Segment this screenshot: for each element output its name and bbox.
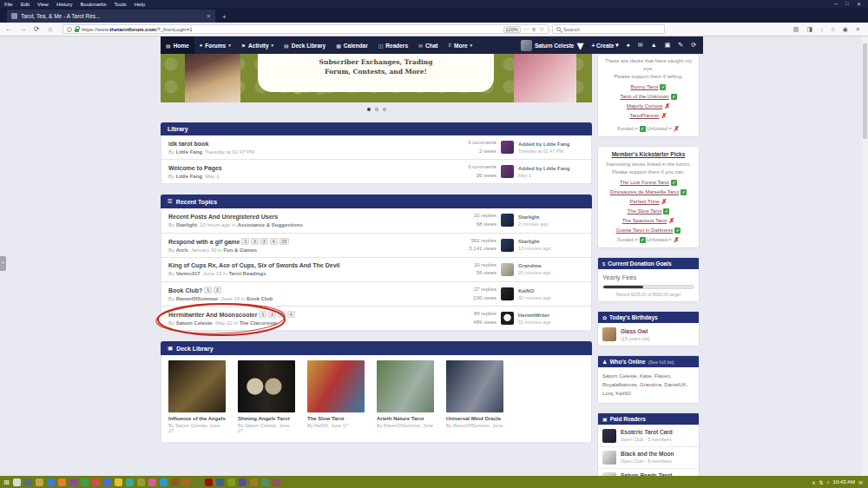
deck-link[interactable]: The Slow Tarot [628, 208, 662, 214]
avatar[interactable] [501, 312, 514, 325]
deck-link[interactable]: Perfect Trine [629, 199, 659, 204]
deck-link[interactable]: Goetia Tarot in Darkness [616, 228, 674, 233]
start-menu-icon[interactable]: ⊞ [3, 478, 10, 486]
page-badge[interactable]: 1 [259, 311, 266, 318]
topic-title[interactable]: Book Club? [168, 287, 202, 293]
nav-calendar[interactable]: ▦Calendar [331, 36, 373, 54]
carousel-dot[interactable] [375, 108, 378, 111]
birthday-user-link[interactable]: Glass Owl [621, 328, 650, 334]
search-input[interactable] [563, 27, 661, 32]
taskbar-app-icon[interactable] [137, 478, 145, 486]
club-row[interactable]: Black and the MoonOpen Club · 6 members [598, 446, 699, 468]
topic-title[interactable]: King of Cups Rx, Ace of Cups, Six of Swo… [168, 262, 339, 268]
nav-more[interactable]: ≡More▾ [443, 36, 477, 54]
deck-card[interactable]: The Slow Tarot By KaiNO, June 17 [307, 360, 365, 433]
nav-home[interactable]: ▤Home [161, 36, 194, 54]
club-row[interactable]: Esoteric Tarot CardOpen Club · 5 members [598, 425, 699, 446]
taskbar-app-icon[interactable] [239, 478, 247, 486]
deck-card[interactable]: Shining Angels Tarot By Saturn Celeste, … [238, 360, 295, 433]
taskbar-app-icon[interactable] [126, 478, 134, 486]
promo-carousel[interactable]: Subscriber Exchanges, Trading Forum, Con… [161, 54, 592, 102]
taskbar-app-icon[interactable] [216, 478, 224, 486]
see-full-list-link[interactable]: (See full list) [648, 359, 674, 365]
library-row[interactable]: Welcome to Pages By Little Fang, May 1 0… [161, 160, 592, 184]
menu-bookmarks[interactable]: Bookmarks [81, 2, 107, 7]
url-field[interactable]: i https://www.thetarotforum.com/?_fromLo… [62, 24, 549, 34]
tray-expand-icon[interactable]: ∧ [812, 479, 815, 485]
account-icon[interactable]: ○ [832, 26, 835, 32]
menu-edit[interactable]: Edit [21, 2, 30, 7]
menu-file[interactable]: File [4, 2, 13, 7]
user-menu[interactable]: Saturn Celeste ▾ [517, 37, 588, 54]
new-tab-button[interactable]: + [222, 13, 227, 23]
menu-view[interactable]: View [37, 2, 49, 7]
network-icon[interactable]: ⇅ [819, 479, 824, 485]
taskbar-app-icon[interactable] [69, 478, 77, 486]
tab-close-button[interactable]: ✕ [207, 13, 211, 20]
clock[interactable]: 10:43 AM [833, 479, 855, 485]
deck-card[interactable]: Influence of the Angels By Saturn Celest… [168, 360, 226, 433]
nav-chat[interactable]: ✉Chat [413, 36, 443, 54]
taskbar-app-icon[interactable] [160, 478, 168, 486]
taskbar-app-icon[interactable] [115, 478, 122, 486]
page-scrollbar[interactable] [862, 36, 868, 476]
taskbar-app-icon[interactable] [148, 478, 156, 486]
topic-row[interactable]: Recent Posts And Unregistered Users By S… [161, 208, 592, 233]
bookmark-star-icon[interactable]: ☆ [539, 26, 544, 33]
avatar[interactable] [501, 214, 514, 227]
privacy-icon[interactable]: ◉ [843, 26, 848, 33]
deck-title[interactable]: Shining Angels Tarot [238, 416, 295, 421]
create-button[interactable]: + Create▾ [587, 42, 622, 49]
page-badge[interactable]: 1 [204, 287, 212, 293]
sync-icon[interactable]: ⟳ [691, 42, 696, 49]
donation-goal-name[interactable]: Yearly Fees [602, 274, 694, 281]
taskbar-app-icon[interactable] [36, 478, 43, 486]
avatar[interactable] [501, 239, 514, 252]
deck-link[interactable]: Majorly Curious [627, 103, 663, 109]
page-badge[interactable]: 1 [241, 238, 249, 245]
page-badge[interactable]: 3 [260, 238, 268, 245]
page-badge[interactable]: 4 [270, 238, 278, 245]
library-icon[interactable]: ▥ [793, 26, 799, 33]
carousel-dot-active[interactable] [367, 108, 371, 111]
topic-row[interactable]: Respond with a gif game123423 By Arch, J… [161, 234, 592, 258]
browser-search-box[interactable] [552, 24, 665, 34]
gallery-icon[interactable]: ▣ [665, 42, 671, 49]
notifications-icon[interactable]: ✉ [858, 479, 863, 485]
online-user-names[interactable]: Saturn Celeste, Katie, Flaxen, Royalalba… [602, 372, 694, 399]
page-actions-icon[interactable]: ⋯ [523, 26, 529, 33]
scrollbar-thumb[interactable] [863, 43, 867, 139]
deck-thumbnail[interactable] [307, 360, 365, 412]
deck-link[interactable]: The Lost Forest Tarot [620, 180, 669, 185]
downloads-icon[interactable]: ↓ [820, 26, 824, 32]
messages-icon[interactable]: ✉ [638, 42, 643, 49]
taskbar-app-icon[interactable] [24, 478, 32, 486]
minimize-button[interactable]: ─ [834, 1, 838, 7]
page-badge[interactable]: 2 [214, 287, 221, 293]
deck-card[interactable]: Arieth Nature Tarot By RavenOfSummer, Ju… [377, 360, 434, 433]
deck-title[interactable]: Arieth Nature Tarot [377, 416, 434, 421]
page-badge[interactable]: 3 [278, 311, 286, 318]
library-item-title[interactable]: idk tarot book [168, 141, 446, 147]
close-button[interactable]: ✕ [857, 1, 861, 7]
pocket-icon[interactable]: ∨ [532, 26, 536, 33]
page-badge[interactable]: 23 [279, 238, 290, 245]
reload-button[interactable]: ⟳ [31, 25, 42, 33]
taskbar-app-icon[interactable] [103, 478, 111, 486]
topic-row-highlighted[interactable]: Hermitwriter And Moonscooter1234 By Satu… [161, 307, 592, 331]
taskbar-app-icon[interactable] [205, 478, 213, 486]
library-row[interactable]: idk tarot book By Little Fang, Tuesday a… [161, 135, 592, 160]
globe-icon[interactable]: ● [627, 42, 630, 49]
deck-thumbnail[interactable] [377, 360, 434, 412]
deck-title[interactable]: Influence of the Angels [168, 416, 226, 421]
browser-tab[interactable]: Tarot, Tea, & Me - A Tarot Res... ✕ [7, 10, 215, 23]
taskbar-app-icon[interactable] [92, 478, 100, 486]
topic-title[interactable]: Respond with a gif game [168, 239, 240, 245]
app-menu-icon[interactable]: ≡ [856, 26, 859, 32]
deck-link[interactable]: Tarot of the Unknown [620, 94, 669, 99]
volume-icon[interactable]: ♪ [827, 479, 830, 485]
club-row[interactable]: Saturn Reads TarotOpen Club · 12 members [598, 468, 699, 476]
deck-title[interactable]: The Slow Tarot [307, 416, 365, 421]
deck-thumbnail[interactable] [238, 360, 295, 412]
theme-icon[interactable]: ✎ [678, 42, 683, 49]
